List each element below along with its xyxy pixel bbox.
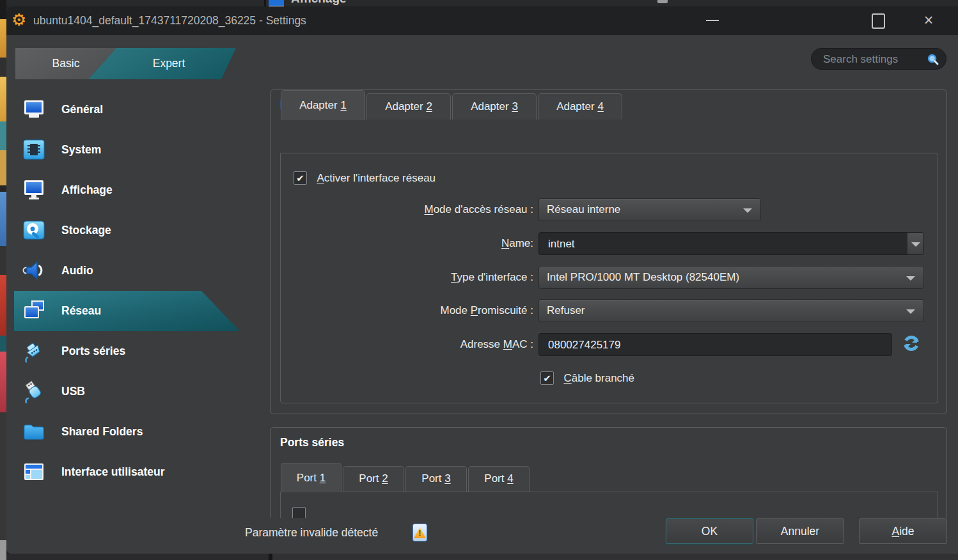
maximize-button[interactable] (863, 10, 891, 31)
attach-mode-label: Mode d'accès réseau : (281, 198, 533, 221)
network-name-dropdown-button[interactable] (907, 233, 923, 254)
enable-adapter-label: Activer l'interface réseau (317, 172, 436, 184)
storage-icon (22, 218, 46, 242)
adapter-type-label: Type d'interface : (281, 266, 533, 289)
mode-tab-bar: Basic Expert (15, 48, 236, 79)
footer-bar: Paramètre invalide détecté ! OK Annuler … (6, 518, 958, 554)
close-button[interactable]: × (915, 10, 943, 31)
background-scrollbar-thumb (657, 0, 668, 3)
gear-icon: ⚙ (12, 10, 26, 29)
background-app-label: Affichage (291, 0, 347, 6)
close-icon: × (915, 10, 943, 30)
search-icon (927, 53, 939, 66)
sidebar-item-system[interactable]: System (14, 130, 240, 170)
tab-adapter-1[interactable]: Adapter 1 (281, 90, 365, 120)
adapter-1-panel: ✔ Activer l'interface réseau Mode d'accè… (280, 153, 938, 403)
promiscuous-mode-label: Mode Promiscuité : (281, 299, 533, 322)
background-bottom-fragment (6, 554, 958, 560)
cable-connected-row: ✔ Câble branché (540, 371, 634, 385)
desktop-wallpaper-strip (0, 0, 6, 560)
search-box[interactable] (811, 48, 946, 70)
settings-dialog: ⚙ ubuntu1404_default_1743711720208_36225… (6, 6, 958, 554)
network-name-label: Name: (281, 232, 533, 255)
window-title: ubuntu1404_default_1743711720208_36225 -… (33, 6, 306, 35)
sidebar-item-display[interactable]: Affichage (14, 170, 240, 210)
enable-adapter-row: ✔ Activer l'interface réseau (294, 171, 436, 185)
cable-connected-checkbox[interactable]: ✔ (540, 371, 554, 385)
network-icon (22, 299, 46, 323)
cable-connected-label: Câble branché (563, 372, 634, 384)
attach-mode-dropdown[interactable]: Réseau interne (538, 198, 761, 221)
enable-serial-port-checkbox[interactable] (292, 507, 306, 518)
tab-port-2[interactable]: Port 2 (343, 466, 404, 492)
search-input[interactable] (822, 51, 920, 68)
tab-expert-label[interactable]: Expert (116, 48, 221, 79)
settings-sidebar: Général System Affichage (14, 89, 240, 492)
enable-adapter-checkbox[interactable]: ✔ (294, 171, 307, 185)
general-icon (22, 97, 46, 121)
sidebar-item-user-interface[interactable]: Interface utilisateur (14, 452, 240, 492)
tab-adapter-4[interactable]: Adapter 4 (538, 93, 622, 120)
serial-ports-heading: Ports séries (280, 436, 344, 449)
chevron-down-icon (906, 309, 915, 314)
refresh-icon (902, 334, 921, 353)
help-button[interactable]: Aide (859, 518, 947, 544)
ok-button[interactable]: OK (666, 518, 753, 544)
tab-basic-label[interactable]: Basic (15, 48, 116, 79)
display-icon (22, 178, 46, 202)
tab-port-3[interactable]: Port 3 (405, 466, 467, 492)
chevron-down-icon (911, 242, 920, 247)
check-icon: ✔ (541, 372, 553, 384)
mac-address-field[interactable] (538, 333, 892, 356)
enable-serial-port-row (292, 507, 306, 518)
mac-address-input[interactable] (547, 335, 885, 355)
usb-icon (22, 379, 46, 403)
tab-port-1[interactable]: Port 1 (281, 463, 342, 492)
shared-folders-icon (22, 419, 46, 444)
adapter-type-dropdown[interactable]: Intel PRO/1000 MT Desktop (82540EM) (538, 266, 924, 289)
port-1-panel (280, 492, 938, 518)
chevron-down-icon (743, 208, 752, 213)
maximize-icon (872, 13, 885, 29)
minimize-icon (706, 20, 719, 21)
sidebar-item-serial-ports[interactable]: Ports séries (14, 331, 240, 371)
sidebar-item-audio[interactable]: Audio (14, 251, 240, 291)
network-group: Réseau Adapter 1 Adapter 2 Adapter 3 Ada… (270, 89, 947, 414)
chevron-down-icon (906, 276, 915, 281)
check-icon: ✔ (294, 172, 306, 184)
tab-adapter-2[interactable]: Adapter 2 (366, 93, 451, 120)
minimize-button[interactable] (698, 10, 726, 31)
tab-port-4[interactable]: Port 4 (468, 466, 530, 492)
network-name-combo[interactable] (538, 232, 924, 255)
sidebar-item-usb[interactable]: USB (14, 371, 240, 412)
serial-ports-group: Ports séries Port 1 Port 2 Port 3 Port 4 (270, 427, 947, 518)
background-divider (264, 0, 266, 6)
cancel-button[interactable]: Annuler (756, 518, 844, 544)
promiscuous-mode-dropdown[interactable]: Refuser (538, 299, 924, 322)
user-interface-icon (22, 460, 46, 484)
network-name-input[interactable] (547, 234, 904, 254)
serial-ports-icon (22, 339, 46, 363)
sidebar-item-network[interactable]: Réseau (14, 291, 240, 331)
warning-icon: ! (412, 524, 427, 541)
sidebar-item-general[interactable]: Général (14, 89, 240, 130)
invalid-settings-message: Paramètre invalide détecté (245, 518, 378, 547)
mac-address-label: Adresse MAC : (281, 333, 533, 356)
sidebar-item-shared-folders[interactable]: Shared Folders (14, 412, 240, 452)
titlebar: ⚙ ubuntu1404_default_1743711720208_36225… (6, 6, 958, 35)
audio-icon (22, 258, 46, 283)
system-icon (22, 137, 46, 162)
sidebar-item-storage[interactable]: Stockage (14, 210, 240, 251)
generate-mac-button[interactable] (902, 334, 921, 353)
background-window-fragment: Affichage (6, 0, 958, 6)
tab-adapter-3[interactable]: Adapter 3 (452, 93, 537, 120)
